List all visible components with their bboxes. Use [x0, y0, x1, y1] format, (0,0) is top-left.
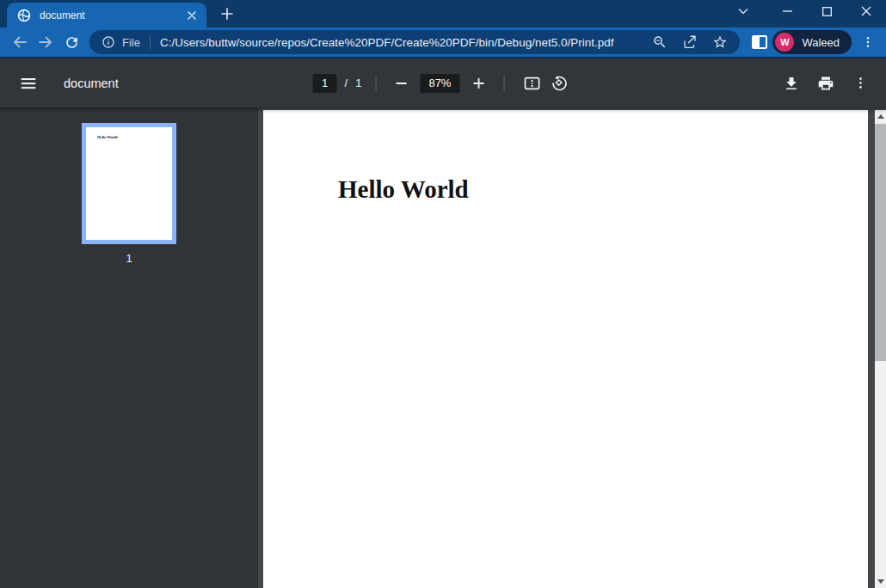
pdf-more-options-button[interactable]: [846, 70, 874, 97]
toolbar-divider: [503, 75, 504, 91]
thumbnail-text: Hello World: [97, 135, 118, 139]
pdf-document-title: document: [64, 77, 119, 90]
print-button[interactable]: [812, 70, 840, 97]
fit-to-page-button[interactable]: [518, 70, 545, 97]
bookmark-star-icon[interactable]: [712, 34, 728, 50]
navigation-bar: File C:/Users/buttw/source/repos/Create%…: [0, 28, 886, 58]
zoom-level[interactable]: 87%: [420, 74, 459, 93]
document-viewport: Hello World: [258, 107, 886, 588]
download-button[interactable]: [778, 70, 805, 97]
address-bar[interactable]: File C:/Users/buttw/source/repos/Create%…: [89, 30, 740, 54]
zoom-out-button[interactable]: [387, 70, 415, 97]
hamburger-menu-icon: [19, 74, 38, 93]
close-window-button[interactable]: [846, 0, 886, 22]
vertical-scrollbar[interactable]: [875, 110, 886, 588]
thumbnail-page-label: 1: [126, 252, 132, 265]
window-controls: [726, 0, 886, 22]
reload-button[interactable]: [58, 29, 84, 55]
plus-icon: [471, 77, 485, 90]
omnibox-actions: [652, 34, 728, 50]
thumbnail-sidebar: Hello World 1: [0, 107, 258, 588]
rotate-counterclockwise-icon: [551, 75, 568, 92]
share-icon[interactable]: [682, 34, 698, 50]
side-panel-icon: [751, 34, 768, 51]
page-slash: /: [345, 77, 348, 89]
triangle-down-icon: [877, 579, 884, 584]
minimize-icon: [783, 10, 792, 12]
page-thumbnail-1[interactable]: Hello World: [82, 123, 176, 244]
minus-icon: [394, 77, 408, 90]
new-tab-button[interactable]: [215, 2, 239, 26]
tab-close-icon[interactable]: [184, 8, 200, 23]
zoom-in-button[interactable]: [465, 70, 492, 97]
protocol-label: File: [122, 36, 140, 49]
chevron-down-icon: [738, 8, 748, 15]
pdf-menu-button[interactable]: [11, 66, 46, 101]
pdf-viewer-content: Hello World 1 Hello World: [0, 107, 886, 588]
fit-to-page-icon: [522, 74, 541, 93]
browser-tab-document[interactable]: document: [7, 3, 206, 28]
scrollbar-down-button[interactable]: [875, 575, 886, 588]
side-panel-button[interactable]: [747, 29, 772, 55]
url-text[interactable]: C:/Users/buttw/source/repos/Create%20PDF…: [160, 36, 642, 49]
scrollbar-up-button[interactable]: [875, 110, 886, 123]
info-icon[interactable]: [102, 35, 115, 49]
pdf-page-zoom-controls: / 1 87%: [313, 58, 574, 107]
kebab-menu-icon: [853, 76, 868, 90]
page-total: 1: [355, 77, 361, 89]
pdf-page[interactable]: Hello World: [263, 110, 868, 588]
maximize-icon: [822, 7, 832, 16]
triangle-up-icon: [877, 114, 884, 119]
back-arrow-icon: [11, 34, 28, 51]
page-number-input[interactable]: [313, 74, 337, 93]
back-button[interactable]: [7, 29, 33, 55]
rotate-counterclockwise-button[interactable]: [545, 70, 573, 97]
scrollbar-thumb[interactable]: [875, 124, 886, 361]
profile-button[interactable]: W Waleed: [772, 30, 852, 54]
thumbnail-page-preview: Hello World: [82, 123, 176, 244]
maximize-button[interactable]: [807, 0, 846, 22]
close-icon: [861, 6, 871, 16]
forward-button[interactable]: [33, 29, 58, 55]
toolbar-divider: [375, 75, 376, 91]
browser-menu-button[interactable]: [857, 31, 879, 53]
pdf-toolbar: document / 1 87%: [0, 58, 886, 107]
plus-icon: [221, 8, 233, 20]
zoom-out-search-icon[interactable]: [652, 34, 668, 50]
pdf-action-buttons: [778, 58, 874, 107]
reload-icon: [64, 34, 80, 51]
print-icon: [817, 75, 834, 92]
document-heading: Hello World: [338, 177, 469, 202]
download-icon: [783, 75, 800, 92]
profile-name: Waleed: [802, 36, 840, 49]
avatar: W: [775, 33, 794, 52]
omnibox-divider: [150, 35, 151, 49]
forward-arrow-icon: [37, 34, 54, 51]
minimize-button[interactable]: [767, 0, 807, 22]
tab-title: document: [40, 9, 184, 21]
titlebar: document: [0, 0, 886, 28]
kebab-menu-icon: [861, 35, 875, 49]
globe-icon: [17, 9, 31, 22]
tab-search-button[interactable]: [726, 0, 760, 22]
